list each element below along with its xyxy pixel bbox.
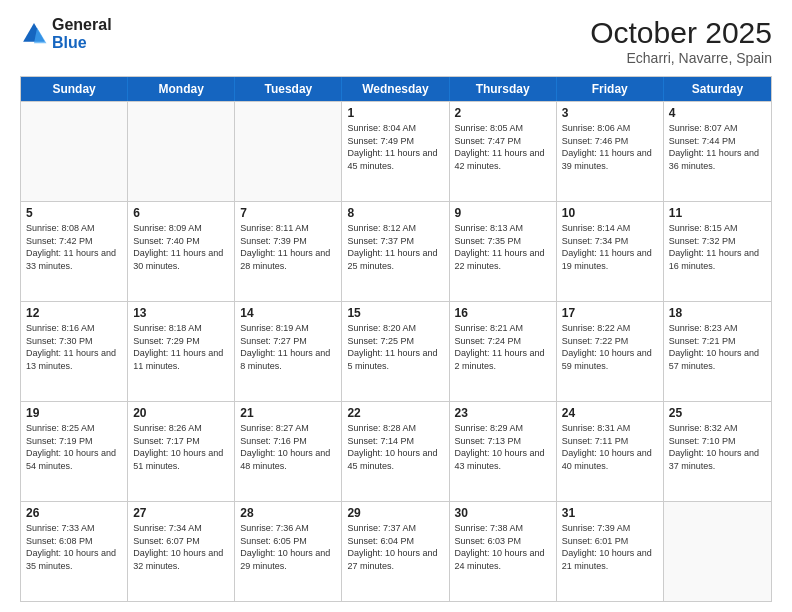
calendar-header: SundayMondayTuesdayWednesdayThursdayFrid… (21, 77, 771, 101)
logo: General Blue (20, 16, 112, 52)
cell-info: Sunrise: 7:34 AM Sunset: 6:07 PM Dayligh… (133, 522, 229, 572)
day-number: 19 (26, 406, 122, 420)
cell-info: Sunrise: 8:06 AM Sunset: 7:46 PM Dayligh… (562, 122, 658, 172)
day-cell-17: 17Sunrise: 8:22 AM Sunset: 7:22 PM Dayli… (557, 302, 664, 401)
day-header-friday: Friday (557, 77, 664, 101)
day-header-saturday: Saturday (664, 77, 771, 101)
cell-info: Sunrise: 8:15 AM Sunset: 7:32 PM Dayligh… (669, 222, 766, 272)
title-block: October 2025 Echarri, Navarre, Spain (590, 16, 772, 66)
calendar-row-2: 12Sunrise: 8:16 AM Sunset: 7:30 PM Dayli… (21, 301, 771, 401)
day-cell-7: 7Sunrise: 8:11 AM Sunset: 7:39 PM Daylig… (235, 202, 342, 301)
day-cell-30: 30Sunrise: 7:38 AM Sunset: 6:03 PM Dayli… (450, 502, 557, 601)
calendar-row-1: 5Sunrise: 8:08 AM Sunset: 7:42 PM Daylig… (21, 201, 771, 301)
day-cell-21: 21Sunrise: 8:27 AM Sunset: 7:16 PM Dayli… (235, 402, 342, 501)
day-number: 12 (26, 306, 122, 320)
day-number: 24 (562, 406, 658, 420)
day-number: 27 (133, 506, 229, 520)
day-number: 13 (133, 306, 229, 320)
day-header-wednesday: Wednesday (342, 77, 449, 101)
logo-text: General Blue (52, 16, 112, 52)
day-header-thursday: Thursday (450, 77, 557, 101)
cell-info: Sunrise: 8:27 AM Sunset: 7:16 PM Dayligh… (240, 422, 336, 472)
day-cell-22: 22Sunrise: 8:28 AM Sunset: 7:14 PM Dayli… (342, 402, 449, 501)
cell-info: Sunrise: 8:22 AM Sunset: 7:22 PM Dayligh… (562, 322, 658, 372)
day-cell-5: 5Sunrise: 8:08 AM Sunset: 7:42 PM Daylig… (21, 202, 128, 301)
day-cell-6: 6Sunrise: 8:09 AM Sunset: 7:40 PM Daylig… (128, 202, 235, 301)
cell-info: Sunrise: 8:18 AM Sunset: 7:29 PM Dayligh… (133, 322, 229, 372)
page: General Blue October 2025 Echarri, Navar… (0, 0, 792, 612)
logo-icon (20, 20, 48, 48)
day-number: 25 (669, 406, 766, 420)
day-number: 22 (347, 406, 443, 420)
cell-info: Sunrise: 8:12 AM Sunset: 7:37 PM Dayligh… (347, 222, 443, 272)
calendar: SundayMondayTuesdayWednesdayThursdayFrid… (20, 76, 772, 602)
day-number: 9 (455, 206, 551, 220)
day-number: 16 (455, 306, 551, 320)
cell-info: Sunrise: 8:11 AM Sunset: 7:39 PM Dayligh… (240, 222, 336, 272)
cell-info: Sunrise: 8:21 AM Sunset: 7:24 PM Dayligh… (455, 322, 551, 372)
day-number: 26 (26, 506, 122, 520)
day-number: 18 (669, 306, 766, 320)
empty-cell (128, 102, 235, 201)
day-number: 14 (240, 306, 336, 320)
cell-info: Sunrise: 8:05 AM Sunset: 7:47 PM Dayligh… (455, 122, 551, 172)
day-number: 29 (347, 506, 443, 520)
cell-info: Sunrise: 7:39 AM Sunset: 6:01 PM Dayligh… (562, 522, 658, 572)
day-header-monday: Monday (128, 77, 235, 101)
day-number: 31 (562, 506, 658, 520)
cell-info: Sunrise: 8:13 AM Sunset: 7:35 PM Dayligh… (455, 222, 551, 272)
day-number: 1 (347, 106, 443, 120)
cell-info: Sunrise: 8:16 AM Sunset: 7:30 PM Dayligh… (26, 322, 122, 372)
day-number: 30 (455, 506, 551, 520)
day-number: 28 (240, 506, 336, 520)
day-number: 8 (347, 206, 443, 220)
day-number: 21 (240, 406, 336, 420)
cell-info: Sunrise: 8:04 AM Sunset: 7:49 PM Dayligh… (347, 122, 443, 172)
day-cell-9: 9Sunrise: 8:13 AM Sunset: 7:35 PM Daylig… (450, 202, 557, 301)
day-number: 11 (669, 206, 766, 220)
cell-info: Sunrise: 8:26 AM Sunset: 7:17 PM Dayligh… (133, 422, 229, 472)
cell-info: Sunrise: 8:09 AM Sunset: 7:40 PM Dayligh… (133, 222, 229, 272)
day-cell-1: 1Sunrise: 8:04 AM Sunset: 7:49 PM Daylig… (342, 102, 449, 201)
day-cell-27: 27Sunrise: 7:34 AM Sunset: 6:07 PM Dayli… (128, 502, 235, 601)
day-cell-25: 25Sunrise: 8:32 AM Sunset: 7:10 PM Dayli… (664, 402, 771, 501)
day-cell-10: 10Sunrise: 8:14 AM Sunset: 7:34 PM Dayli… (557, 202, 664, 301)
calendar-row-3: 19Sunrise: 8:25 AM Sunset: 7:19 PM Dayli… (21, 401, 771, 501)
day-header-tuesday: Tuesday (235, 77, 342, 101)
day-cell-11: 11Sunrise: 8:15 AM Sunset: 7:32 PM Dayli… (664, 202, 771, 301)
day-cell-14: 14Sunrise: 8:19 AM Sunset: 7:27 PM Dayli… (235, 302, 342, 401)
day-number: 2 (455, 106, 551, 120)
calendar-body: 1Sunrise: 8:04 AM Sunset: 7:49 PM Daylig… (21, 101, 771, 601)
cell-info: Sunrise: 8:07 AM Sunset: 7:44 PM Dayligh… (669, 122, 766, 172)
day-header-sunday: Sunday (21, 77, 128, 101)
cell-info: Sunrise: 8:28 AM Sunset: 7:14 PM Dayligh… (347, 422, 443, 472)
day-cell-3: 3Sunrise: 8:06 AM Sunset: 7:46 PM Daylig… (557, 102, 664, 201)
cell-info: Sunrise: 8:14 AM Sunset: 7:34 PM Dayligh… (562, 222, 658, 272)
day-cell-29: 29Sunrise: 7:37 AM Sunset: 6:04 PM Dayli… (342, 502, 449, 601)
day-cell-31: 31Sunrise: 7:39 AM Sunset: 6:01 PM Dayli… (557, 502, 664, 601)
calendar-row-0: 1Sunrise: 8:04 AM Sunset: 7:49 PM Daylig… (21, 101, 771, 201)
day-cell-18: 18Sunrise: 8:23 AM Sunset: 7:21 PM Dayli… (664, 302, 771, 401)
cell-info: Sunrise: 8:25 AM Sunset: 7:19 PM Dayligh… (26, 422, 122, 472)
day-number: 23 (455, 406, 551, 420)
day-cell-2: 2Sunrise: 8:05 AM Sunset: 7:47 PM Daylig… (450, 102, 557, 201)
day-number: 10 (562, 206, 658, 220)
day-number: 3 (562, 106, 658, 120)
header: General Blue October 2025 Echarri, Navar… (20, 16, 772, 66)
day-cell-19: 19Sunrise: 8:25 AM Sunset: 7:19 PM Dayli… (21, 402, 128, 501)
day-cell-24: 24Sunrise: 8:31 AM Sunset: 7:11 PM Dayli… (557, 402, 664, 501)
cell-info: Sunrise: 8:19 AM Sunset: 7:27 PM Dayligh… (240, 322, 336, 372)
cell-info: Sunrise: 7:33 AM Sunset: 6:08 PM Dayligh… (26, 522, 122, 572)
cell-info: Sunrise: 8:23 AM Sunset: 7:21 PM Dayligh… (669, 322, 766, 372)
calendar-row-4: 26Sunrise: 7:33 AM Sunset: 6:08 PM Dayli… (21, 501, 771, 601)
day-number: 17 (562, 306, 658, 320)
cell-info: Sunrise: 7:38 AM Sunset: 6:03 PM Dayligh… (455, 522, 551, 572)
day-number: 4 (669, 106, 766, 120)
day-cell-8: 8Sunrise: 8:12 AM Sunset: 7:37 PM Daylig… (342, 202, 449, 301)
day-number: 15 (347, 306, 443, 320)
day-number: 20 (133, 406, 229, 420)
day-number: 7 (240, 206, 336, 220)
cell-info: Sunrise: 8:20 AM Sunset: 7:25 PM Dayligh… (347, 322, 443, 372)
day-cell-26: 26Sunrise: 7:33 AM Sunset: 6:08 PM Dayli… (21, 502, 128, 601)
day-cell-20: 20Sunrise: 8:26 AM Sunset: 7:17 PM Dayli… (128, 402, 235, 501)
